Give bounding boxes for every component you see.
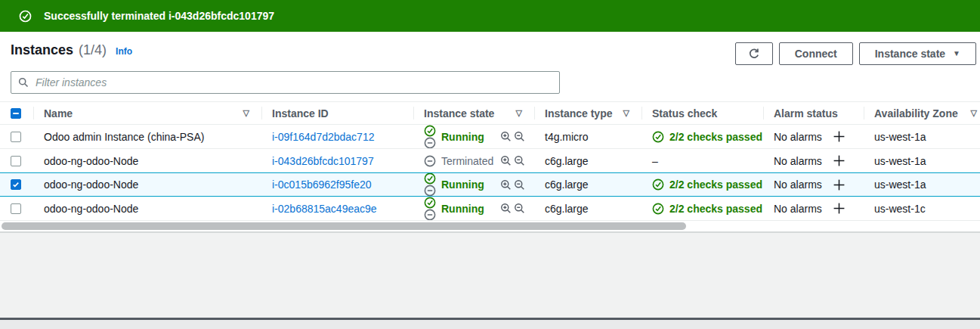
instance-state-button-label: Instance state (875, 48, 945, 60)
sort-icon: ▽ (623, 108, 641, 118)
column-label: Name (44, 107, 73, 119)
status-check-label: – (652, 155, 658, 167)
status-check-passed-icon (652, 203, 664, 215)
column-label: Availability Zone (874, 107, 958, 119)
availability-zone: us-west-1c (864, 197, 980, 220)
sort-icon: ▽ (971, 108, 980, 118)
alarm-status-cell: No alarms (763, 173, 864, 196)
instance-state-label: Running (441, 178, 484, 191)
instance-count: (1/4) (79, 42, 107, 58)
instance-state-cell: Running (413, 125, 534, 148)
dropdown-caret-icon: ▼ (953, 50, 960, 57)
instance-id-link[interactable]: i-09f164d7d2bdac712 (272, 131, 374, 143)
add-alarm-plus-icon[interactable] (833, 130, 846, 143)
instance-type: t4g.micro (534, 125, 641, 148)
filter-equals-zoom-in-icon[interactable] (500, 203, 512, 214)
column-label: Instance type (545, 107, 612, 119)
instance-id-link[interactable]: i-043d26bfcdc101797 (272, 155, 374, 167)
table-row[interactable]: odoo-ng-odoo-Node i-043d26bfcdc101797 Te… (0, 149, 980, 173)
instances-toolbar: Instances (1/4) Info Connect Instance st… (0, 32, 980, 65)
row-checkbox[interactable] (11, 132, 21, 142)
column-label: Instance ID (272, 107, 329, 119)
instance-state-dropdown-button[interactable]: Instance state ▼ (859, 42, 976, 65)
instance-state-label: Running (441, 131, 484, 143)
filter-not-equals-zoom-out-icon[interactable] (514, 155, 525, 166)
availability-zone: us-west-1a (864, 149, 980, 172)
availability-zone: us-west-1a (864, 125, 980, 148)
row-select-cell (0, 197, 33, 220)
filter-not-equals-zoom-out-icon[interactable] (514, 131, 525, 142)
instance-id-cell: i-09f164d7d2bdac712 (261, 125, 413, 148)
status-check-passed-icon (652, 131, 664, 143)
filter-not-equals-zoom-out-icon[interactable] (514, 203, 525, 214)
alarm-status-cell: No alarms (763, 125, 864, 148)
instance-type: c6g.large (534, 173, 641, 196)
alarm-status-label: No alarms (774, 131, 822, 143)
instances-table: Name ▽ Instance ID Instance state ▽ Inst… (0, 101, 980, 221)
filter-equals-zoom-in-icon[interactable] (500, 179, 512, 191)
horizontal-scrollbar (0, 221, 980, 231)
column-label: Status check (652, 107, 717, 119)
column-header-name[interactable]: Name ▽ (33, 102, 261, 124)
filter-bar (0, 65, 980, 94)
select-all-checkbox[interactable] (11, 108, 21, 119)
add-alarm-plus-icon[interactable] (833, 154, 846, 167)
add-alarm-plus-icon[interactable] (833, 202, 846, 215)
instance-state-cell: Running (413, 173, 534, 196)
row-select-cell (0, 149, 33, 172)
alarm-status-cell: No alarms (763, 197, 864, 220)
instance-type: c6g.large (534, 197, 641, 220)
instance-name: Odoo admin Instance (china-PSA) (33, 125, 261, 148)
details-panel-empty-area (0, 233, 980, 318)
row-checkbox[interactable] (11, 179, 21, 190)
instance-id-cell: i-02b68815ac49eac9e (261, 197, 413, 220)
table-header-row: Name ▽ Instance ID Instance state ▽ Inst… (0, 102, 980, 125)
column-label: Alarm status (774, 107, 838, 119)
table-body: Odoo admin Instance (china-PSA) i-09f164… (0, 125, 980, 221)
instance-state-cell: Running (413, 197, 534, 220)
status-check-label: 2/2 checks passed (669, 178, 762, 191)
instance-id-link[interactable]: i-02b68815ac49eac9e (272, 203, 377, 215)
add-alarm-plus-icon[interactable] (833, 178, 846, 191)
horizontal-scrollbar-thumb[interactable] (2, 222, 686, 230)
connect-button-label: Connect (795, 48, 837, 60)
instance-id-cell: i-0c015b6962f95fe20 (261, 173, 413, 196)
instance-type: c6g.large (534, 149, 641, 172)
connect-button[interactable]: Connect (779, 42, 853, 65)
page-title: Instances (11, 42, 73, 58)
alarm-status-cell: No alarms (763, 149, 864, 172)
table-row[interactable]: odoo-ng-odoo-Node i-02b68815ac49eac9e Ru… (0, 197, 980, 221)
status-check-label: 2/2 checks passed (669, 131, 762, 143)
instance-state-icon (424, 125, 436, 148)
instance-name: odoo-ng-odoo-Node (33, 149, 261, 172)
column-label: Instance state (424, 107, 494, 119)
status-check-cell: 2/2 checks passed (641, 173, 763, 196)
filter-instances-input[interactable] (11, 71, 560, 94)
column-header-availability-zone[interactable]: Availability Zone ▽ (864, 102, 980, 124)
column-header-instance-id: Instance ID (261, 102, 413, 124)
select-all-cell (0, 102, 33, 124)
column-header-status-check: Status check (641, 102, 763, 124)
column-header-instance-state[interactable]: Instance state ▽ (413, 102, 534, 124)
refresh-button[interactable] (735, 42, 773, 65)
row-checkbox[interactable] (11, 203, 21, 214)
instance-name: odoo-ng-odoo-Node (33, 173, 261, 196)
bottom-edge (0, 320, 980, 329)
row-checkbox[interactable] (11, 156, 21, 166)
instance-id-cell: i-043d26bfcdc101797 (261, 149, 413, 172)
row-select-cell (0, 125, 33, 148)
table-row[interactable]: Odoo admin Instance (china-PSA) i-09f164… (0, 125, 980, 149)
status-check-cell: – (641, 149, 763, 172)
filter-equals-zoom-in-icon[interactable] (500, 131, 512, 142)
sort-icon: ▽ (243, 108, 261, 118)
instance-state-label: Running (441, 203, 484, 215)
instance-state-icon (424, 155, 436, 167)
filter-not-equals-zoom-out-icon[interactable] (514, 179, 525, 191)
instance-id-link[interactable]: i-0c015b6962f95fe20 (272, 178, 372, 191)
table-row[interactable]: odoo-ng-odoo-Node i-0c015b6962f95fe20 Ru… (0, 172, 980, 197)
filter-equals-zoom-in-icon[interactable] (500, 155, 512, 166)
info-link[interactable]: Info (116, 46, 132, 57)
sort-icon: ▽ (516, 108, 534, 118)
column-header-instance-type[interactable]: Instance type ▽ (534, 102, 641, 124)
refresh-icon (748, 48, 760, 60)
